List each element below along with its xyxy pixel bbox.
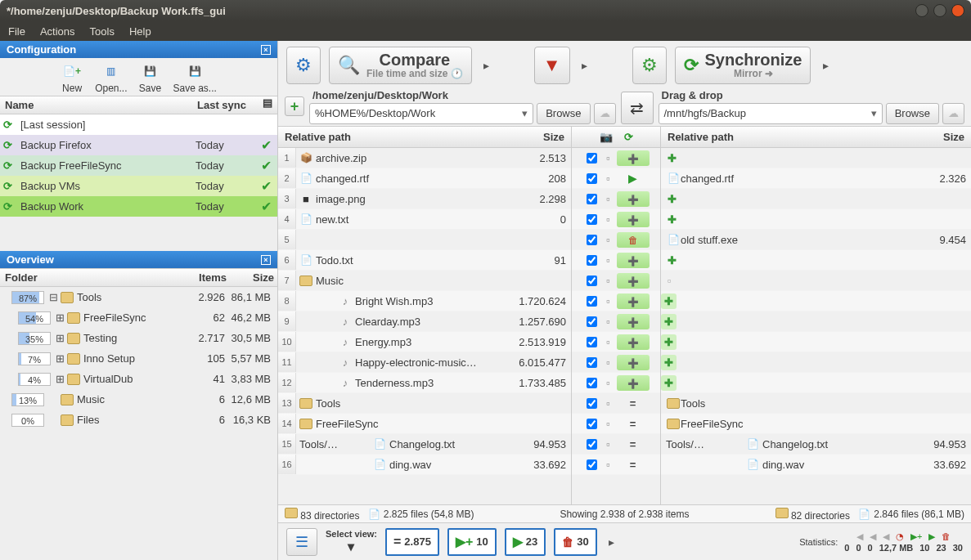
action-icon[interactable] (617, 375, 650, 391)
mid-grid-row[interactable]: ▫ (572, 148, 660, 168)
left-grid-row[interactable]: 12Tenderness.mp31.733.485 (278, 373, 571, 393)
right-grid-row[interactable]: ✚ (661, 148, 971, 168)
action-icon[interactable] (617, 172, 650, 185)
left-grid-row[interactable]: 14FreeFileSync (278, 414, 571, 434)
left-grid-row[interactable]: 10Energy.mp32.513.919 (278, 332, 571, 352)
config-row[interactable]: ⟳Backup WorkToday✔ (0, 196, 277, 217)
mid-grid-row[interactable]: ▫ (572, 332, 660, 352)
menu-file[interactable]: File (8, 25, 25, 38)
overview-row[interactable]: 0%Files616,3 KB (0, 410, 277, 430)
config-row[interactable]: ⟳Backup FreeFileSyncToday✔ (0, 155, 277, 176)
mid-grid-row[interactable]: ▫ (572, 373, 660, 393)
saveas-button[interactable]: 💾Save as... (173, 61, 216, 94)
cfg-header-options-icon[interactable]: ▤ (258, 96, 277, 114)
right-grid-row[interactable]: ✚ (661, 332, 971, 352)
left-grid-row[interactable]: 2changed.rtf208 (278, 168, 571, 189)
expand-icon[interactable]: ⊞ (54, 311, 65, 324)
view-delete-button[interactable]: 🗑30 (554, 528, 596, 556)
row-checkbox[interactable] (587, 296, 597, 307)
mid-header-action-icon[interactable]: ⟳ (624, 131, 633, 143)
row-checkbox[interactable] (587, 398, 597, 409)
left-grid-row[interactable]: 11Happy-electronic-music…6.015.477 (278, 352, 571, 373)
action-icon[interactable] (617, 418, 650, 430)
expand-icon[interactable]: ⊞ (54, 352, 65, 365)
sync-dropdown-icon[interactable]: ▸ (819, 59, 832, 72)
compare-settings-button[interactable]: ⚙ (286, 47, 321, 84)
view-list-button[interactable]: ☰ (286, 528, 317, 556)
right-grid-row[interactable]: old stuff.exe9.454 (661, 230, 971, 250)
mid-grid-row[interactable]: ▫ (572, 393, 660, 414)
swap-sides-button[interactable]: ⇄ (621, 92, 654, 124)
menu-help[interactable]: Help (129, 25, 151, 38)
left-grid-row[interactable]: 4new.txt0 (278, 209, 571, 230)
mid-grid-row[interactable]: ▫ (572, 291, 660, 311)
action-icon[interactable] (617, 293, 650, 309)
right-header-relpath[interactable]: Relative path (661, 131, 915, 143)
row-checkbox[interactable] (587, 214, 597, 225)
action-icon[interactable] (617, 212, 650, 227)
action-icon[interactable] (617, 232, 650, 248)
row-checkbox[interactable] (587, 153, 597, 164)
left-grid-row[interactable]: 8Bright Wish.mp31.720.624 (278, 291, 571, 311)
left-cloud-button[interactable]: ☁ (594, 103, 616, 124)
row-checkbox[interactable] (587, 378, 597, 388)
right-grid-row[interactable]: ✚ (661, 250, 971, 271)
row-checkbox[interactable] (587, 276, 597, 286)
row-checkbox[interactable] (587, 357, 597, 368)
right-browse-button[interactable]: Browse (886, 103, 939, 124)
left-grid-row[interactable]: 6Todo.txt91 (278, 250, 571, 271)
filter-button[interactable]: ▼ (534, 47, 570, 84)
row-checkbox[interactable] (587, 459, 597, 470)
synchronize-button[interactable]: ⟳ SynchronizeMirror ➜ (675, 47, 811, 84)
menu-tools[interactable]: Tools (90, 25, 115, 38)
mid-grid-row[interactable]: ▫ (572, 352, 660, 373)
ov-header-folder[interactable]: Folder (0, 269, 191, 286)
mid-grid-row[interactable]: ▫ (572, 434, 660, 455)
menu-actions[interactable]: Actions (40, 25, 75, 38)
mid-grid-row[interactable]: ▫ (572, 209, 660, 230)
right-grid-row[interactable]: Tools (661, 393, 971, 414)
left-grid-row[interactable]: 5 (278, 230, 571, 250)
left-grid-row[interactable]: 3image.png2.298 (278, 189, 571, 209)
left-grid-row[interactable]: 15Tools/…Changelog.txt94.953 (278, 434, 571, 455)
right-grid-row[interactable]: FreeFileSync (661, 414, 971, 434)
row-checkbox[interactable] (587, 337, 597, 347)
sync-settings-button[interactable]: ⚙ (632, 47, 667, 84)
right-grid-row[interactable]: changed.rtf2.326 (661, 168, 971, 189)
minimize-button[interactable] (915, 4, 928, 17)
right-grid-row[interactable]: ✚ (661, 311, 971, 332)
left-browse-button[interactable]: Browse (537, 103, 590, 124)
action-icon[interactable] (617, 397, 650, 410)
mid-grid-row[interactable]: ▫ (572, 168, 660, 189)
action-icon[interactable] (617, 355, 650, 370)
action-icon[interactable] (617, 253, 650, 268)
right-grid-row[interactable]: ✚ (661, 291, 971, 311)
mid-grid-row[interactable]: ▫ (572, 250, 660, 271)
action-icon[interactable] (617, 150, 650, 166)
mid-grid-row[interactable]: ▫ (572, 189, 660, 209)
mid-grid-row[interactable]: ▫ (572, 230, 660, 250)
overview-row[interactable]: 35%⊞Testing2.71730,5 MB (0, 328, 277, 348)
row-checkbox[interactable] (587, 316, 597, 327)
right-grid-row[interactable]: ✚ (661, 189, 971, 209)
right-grid-row[interactable]: ▫ (661, 271, 971, 291)
config-row[interactable]: ⟳Backup VMsToday✔ (0, 176, 277, 196)
compare-dropdown-icon[interactable]: ▸ (480, 59, 493, 72)
filter-dropdown-icon[interactable]: ▸ (578, 59, 591, 72)
right-grid-row[interactable]: Tools/…Changelog.txt94.953 (661, 434, 971, 455)
mid-grid-row[interactable]: ▫ (572, 271, 660, 291)
cfg-header-name[interactable]: Name (0, 96, 192, 114)
mid-grid-row[interactable]: ▫ (572, 455, 660, 475)
overview-row[interactable]: 4%⊞VirtualDub413,83 MB (0, 369, 277, 389)
row-checkbox[interactable] (587, 255, 597, 266)
ov-header-size[interactable]: Size (230, 269, 277, 286)
right-grid-row[interactable]: ✚ (661, 373, 971, 393)
right-grid-row[interactable]: ding.wav33.692 (661, 455, 971, 475)
right-path-combo[interactable]: /mnt/hgfs/Backup▾ (659, 103, 883, 124)
overview-panel-close-icon[interactable]: × (261, 255, 271, 265)
right-header-size[interactable]: Size (915, 131, 971, 143)
view-create-button[interactable]: ▶23 (505, 528, 546, 556)
right-grid-row[interactable]: ✚ (661, 352, 971, 373)
maximize-button[interactable] (933, 4, 946, 17)
overview-row[interactable]: 13%Music612,6 MB (0, 389, 277, 410)
